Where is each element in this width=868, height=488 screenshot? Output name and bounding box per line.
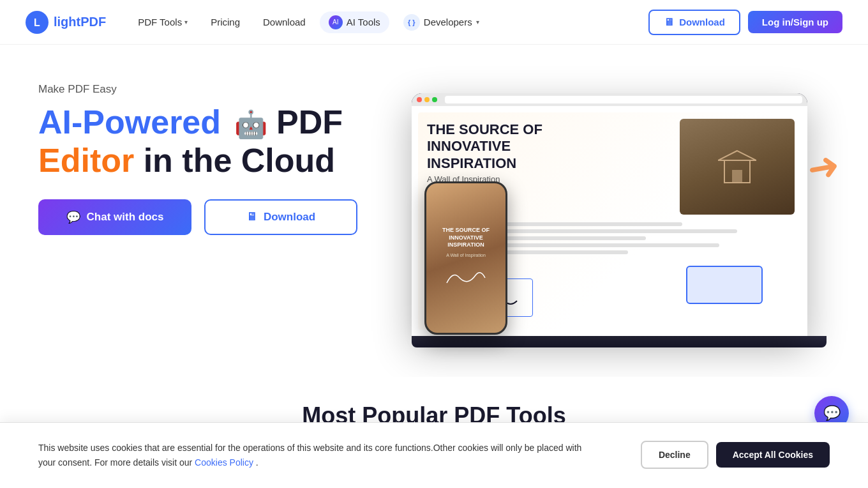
hero-section: Make PDF Easy AI-Powered 🤖 PDF Editor in… bbox=[0, 45, 868, 377]
monitor-icon: 🖥 bbox=[664, 17, 674, 28]
hero-title-orange: Editor bbox=[38, 142, 134, 179]
ai-tools-icon: AI bbox=[329, 15, 343, 29]
main-nav: PDF Tools ▾ Pricing Download AI AI Tools… bbox=[129, 10, 488, 34]
chat-icon: 💬 bbox=[66, 210, 80, 224]
decline-button[interactable]: Decline bbox=[641, 441, 708, 469]
header-left: L lightPDF PDF Tools ▾ Pricing Download … bbox=[26, 10, 488, 34]
svg-marker-3 bbox=[718, 151, 756, 160]
pdf-tools-chevron-icon: ▾ bbox=[184, 19, 188, 26]
robot-emoji-icon: 🤖 bbox=[234, 109, 267, 140]
hero-title: AI-Powered 🤖 PDF Editor in the Cloud bbox=[38, 103, 408, 180]
svg-rect-4 bbox=[732, 170, 742, 183]
hero-title-cloud: in the Cloud bbox=[144, 142, 335, 179]
phone-doc-subtitle: A Wall of Inspiration bbox=[446, 253, 486, 257]
phone-doc-title: THE SOURCE OFINNOVATIVEINSPIRATION bbox=[442, 227, 490, 249]
svg-text:L: L bbox=[34, 17, 40, 28]
logo[interactable]: L lightPDF bbox=[26, 11, 106, 34]
logo-text: lightPDF bbox=[54, 15, 106, 29]
developers-icon: { } bbox=[403, 14, 420, 31]
cookie-banner: This website uses cookies that are essen… bbox=[0, 422, 868, 488]
header-download-button[interactable]: 🖥 Download bbox=[648, 10, 740, 35]
nav-pricing[interactable]: Pricing bbox=[202, 11, 249, 33]
hero-title-pdf: PDF bbox=[276, 103, 343, 141]
phone-screen: THE SOURCE OFINNOVATIVEINSPIRATION A Wal… bbox=[426, 183, 505, 333]
nav-download[interactable]: Download bbox=[254, 11, 315, 33]
cookie-buttons: Decline Accept All Cookies bbox=[641, 441, 830, 469]
highlight-selection bbox=[686, 266, 763, 304]
doc-image-placeholder bbox=[680, 119, 795, 215]
hero-buttons: 💬 Chat with docs 🖥 Download bbox=[38, 199, 408, 235]
hero-right: THE SOURCE OFINNOVATIVEINSPIRATION A Wal… bbox=[408, 70, 830, 358]
hero-left: Make PDF Easy AI-Powered 🤖 PDF Editor in… bbox=[38, 70, 408, 358]
hero-title-blue: AI-Powered bbox=[38, 103, 221, 141]
nav-developers[interactable]: { } Developers ▾ bbox=[394, 10, 488, 34]
accept-all-cookies-button[interactable]: Accept All Cookies bbox=[716, 442, 830, 468]
laptop-base bbox=[412, 336, 827, 347]
logo-icon: L bbox=[26, 11, 49, 34]
chat-with-docs-button[interactable]: 💬 Chat with docs bbox=[38, 199, 191, 235]
hero-monitor-icon: 🖥 bbox=[246, 211, 257, 224]
nav-pdf-tools[interactable]: PDF Tools ▾ bbox=[129, 11, 197, 33]
nav-ai-tools[interactable]: AI AI Tools bbox=[320, 11, 389, 33]
phone-mockup: THE SOURCE OFINNOVATIVEINSPIRATION A Wal… bbox=[424, 181, 507, 335]
cookies-policy-link[interactable]: Cookies Policy bbox=[195, 457, 253, 468]
login-button[interactable]: Log in/Sign up bbox=[748, 11, 842, 33]
hero-eyebrow: Make PDF Easy bbox=[38, 83, 408, 96]
header-right: 🖥 Download Log in/Sign up bbox=[648, 10, 842, 35]
developers-chevron-icon: ▾ bbox=[476, 19, 479, 26]
cookie-text: This website uses cookies that are essen… bbox=[38, 441, 587, 470]
hero-download-button[interactable]: 🖥 Download bbox=[204, 199, 357, 235]
architecture-icon bbox=[718, 148, 756, 186]
doc-image-inner bbox=[680, 119, 795, 215]
deco-arrow-icon: ➜ bbox=[804, 142, 842, 192]
phone-signature-svg bbox=[444, 264, 488, 289]
header: L lightPDF PDF Tools ▾ Pricing Download … bbox=[0, 0, 868, 45]
